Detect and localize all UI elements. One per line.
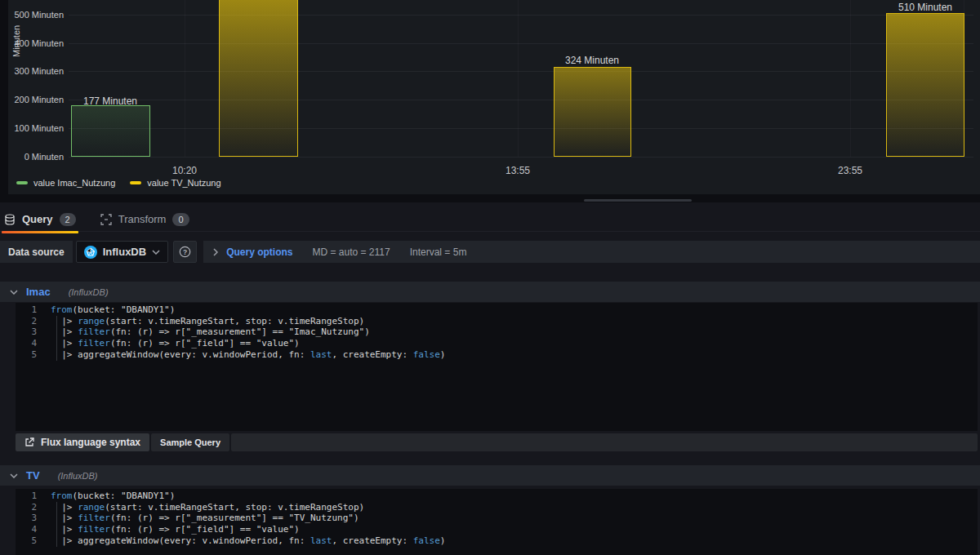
gridline xyxy=(69,71,973,72)
x-tick: 10:20 xyxy=(172,165,197,176)
sample-query-button[interactable]: Sample Query xyxy=(151,433,229,451)
gridline xyxy=(69,128,973,129)
code-lines: from(bucket: "DBANDY1") |> range(start: … xyxy=(51,304,978,361)
x-tick: 23:55 xyxy=(838,165,862,176)
legend-swatch-yellow xyxy=(130,181,141,184)
indent-guide xyxy=(56,316,57,361)
bar-tv-2355[interactable] xyxy=(886,13,964,157)
gridline xyxy=(69,43,973,44)
legend-label: value Imac_Nutzung xyxy=(33,178,115,188)
gridline xyxy=(69,157,973,158)
query-row-header-imac[interactable]: Imac (InfluxDB) xyxy=(0,282,980,302)
flux-syntax-label: Flux language syntax xyxy=(41,437,140,448)
chevron-down-icon xyxy=(10,473,18,478)
chevron-down-icon xyxy=(152,250,160,255)
horizontal-scrollbar[interactable] xyxy=(584,199,692,202)
tab-transform-label: Transform xyxy=(118,213,167,225)
query-options-toggle[interactable]: Query options MD = auto = 2117 Interval … xyxy=(203,241,980,263)
legend-item-imac[interactable]: value Imac_Nutzung xyxy=(16,178,115,188)
influxdb-logo-icon xyxy=(84,246,97,259)
transform-icon xyxy=(100,214,112,225)
query-row-header-tv[interactable]: TV (InfluxDB) xyxy=(0,465,980,486)
bar-value-label: 510 Minuten xyxy=(898,2,952,13)
y-tick: 100 Minuten xyxy=(8,123,64,133)
indent-guide xyxy=(56,502,57,547)
datasource-row: Data source InfluxDB ? xyxy=(0,241,980,263)
query-name: Imac xyxy=(26,286,51,298)
query-options-label: Query options xyxy=(226,246,292,258)
x-tick: 13:55 xyxy=(506,165,530,176)
active-tab-indicator xyxy=(2,231,78,233)
flux-syntax-button[interactable]: Flux language syntax xyxy=(16,433,149,451)
y-tick: 400 Minuten xyxy=(8,38,64,48)
bar-tv-1020-clipped[interactable] xyxy=(219,0,298,157)
bar-value-label: 177 Minuten xyxy=(83,95,137,107)
tab-transform[interactable]: Transform 0 xyxy=(100,207,189,232)
svg-text:?: ? xyxy=(183,248,187,256)
bar-tv-1355[interactable] xyxy=(554,67,631,157)
code-lines: from(bucket: "DBANDY1") |> range(start: … xyxy=(51,491,978,547)
interval-text: Interval = 5m xyxy=(410,246,467,258)
chevron-right-icon xyxy=(213,248,218,256)
transform-count-badge: 0 xyxy=(172,213,189,226)
y-tick: 0 Minuten xyxy=(8,152,64,162)
question-circle-icon: ? xyxy=(179,246,191,258)
gridline xyxy=(69,15,973,16)
bar-value-label: 324 Minuten xyxy=(565,55,619,66)
gridline xyxy=(69,100,973,100)
gridline xyxy=(850,0,851,157)
footer-strip xyxy=(231,433,978,451)
datasource-picker[interactable]: InfluxDB xyxy=(76,241,168,263)
y-tick: 500 Minuten xyxy=(8,10,64,20)
query-count-badge: 2 xyxy=(60,213,76,226)
flux-query-editor-imac[interactable]: 12345 from(bucket: "DBANDY1") |> range(s… xyxy=(16,303,978,431)
max-data-points-text: MD = auto = 2117 xyxy=(313,246,390,258)
datasource-help-button[interactable]: ? xyxy=(173,241,197,263)
chevron-down-icon xyxy=(10,290,18,295)
flux-query-editor-tv[interactable]: 12345 from(bucket: "DBANDY1") |> range(s… xyxy=(16,489,978,555)
datasource-label: Data source xyxy=(0,241,73,263)
tab-query-label: Query xyxy=(22,213,53,225)
time-series-panel: Minuten 500 Minuten 400 Minuten 300 Minu… xyxy=(8,0,980,194)
panel-editor-bottom-pane: Query 2 Transform 0 Data source xyxy=(0,202,980,555)
query-datasource: (InfluxDB) xyxy=(58,471,98,481)
query-datasource: (InfluxDB) xyxy=(69,287,109,297)
legend-label: value TV_Nutzung xyxy=(147,178,220,188)
y-tick: 300 Minuten xyxy=(8,66,64,76)
line-numbers: 12345 xyxy=(16,491,37,547)
tab-query[interactable]: Query 2 xyxy=(4,207,76,232)
legend-item-tv[interactable]: value TV_Nutzung xyxy=(130,178,220,188)
sample-query-label: Sample Query xyxy=(160,437,220,447)
gridline xyxy=(185,0,185,157)
legend-swatch-green xyxy=(16,181,28,184)
query-footer-row: Flux language syntax Sample Query xyxy=(16,433,978,451)
query-name: TV xyxy=(26,469,40,482)
database-icon xyxy=(4,214,16,225)
legend: value Imac_Nutzung value TV_Nutzung xyxy=(16,178,221,188)
external-link-icon xyxy=(24,437,34,447)
y-tick: 200 Minuten xyxy=(8,95,64,104)
datasource-selected: InfluxDB xyxy=(103,246,146,258)
line-numbers: 12345 xyxy=(16,304,37,361)
bar-imac-1020[interactable] xyxy=(71,105,150,157)
editor-tabs: Query 2 Transform 0 xyxy=(0,207,980,232)
gridline xyxy=(518,0,519,157)
